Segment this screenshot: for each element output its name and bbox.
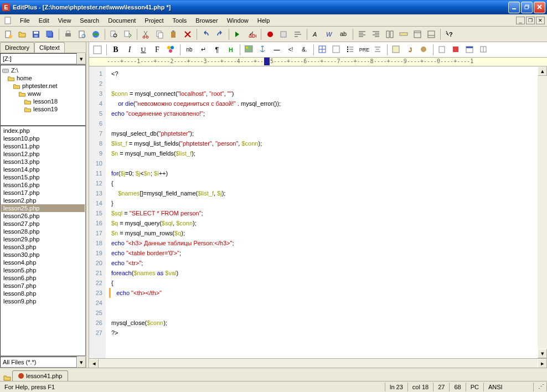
form-button[interactable] <box>331 44 343 56</box>
hr-button[interactable]: — <box>271 44 283 56</box>
menu-tools[interactable]: Tools <box>168 16 192 25</box>
copy-button[interactable] <box>154 28 166 40</box>
horizontal-scrollbar[interactable]: ◂ ▸ <box>89 358 547 368</box>
tree-item[interactable]: lesson19 <box>2 105 84 113</box>
tree-item[interactable]: phptester.net <box>2 82 84 90</box>
code-line[interactable]: $n = mysql_num_rows($q); <box>109 228 534 238</box>
mode-normal-button[interactable] <box>91 44 104 56</box>
code-line[interactable]: echo "<h3> Данные таблицы Person:</h3>"; <box>109 238 534 248</box>
code-line[interactable] <box>109 298 534 308</box>
folder-tree[interactable]: Z:\homephptester.netwwwlesson18lesson19 <box>0 65 86 126</box>
ruler-button[interactable] <box>398 28 410 40</box>
undo-button[interactable] <box>200 28 212 40</box>
spellcheck-button[interactable]: ✓abc <box>246 28 258 40</box>
bold-button[interactable]: B <box>110 44 122 56</box>
document-tab[interactable]: lesson41.php <box>12 370 68 381</box>
file-item[interactable]: lesson15.php <box>1 173 85 181</box>
anchor-button[interactable] <box>257 44 269 56</box>
code-line[interactable]: } <box>109 198 534 208</box>
file-item[interactable]: lesson28.php <box>1 228 85 235</box>
code-line[interactable]: echo "<table border='0'>"; <box>109 248 534 258</box>
file-item[interactable]: index.php <box>1 127 85 135</box>
file-item[interactable]: lesson7.php <box>1 282 85 290</box>
indent-left-button[interactable] <box>356 28 368 40</box>
code-line[interactable]: or die("невозможно соединиться с базой!"… <box>109 99 534 109</box>
file-item[interactable]: lesson3.php <box>1 243 85 251</box>
code-line[interactable]: echo "соединение установлено!"; <box>109 109 534 118</box>
menu-window[interactable]: Window <box>223 16 253 25</box>
char-button[interactable]: &. <box>298 44 311 56</box>
code-line[interactable]: $list_f = mysql_list_fields("phptetster"… <box>109 138 534 148</box>
mdi-restore-button[interactable]: ❐ <box>526 17 535 24</box>
wrap-button[interactable] <box>292 28 304 40</box>
column-button[interactable] <box>384 28 396 40</box>
tab-cliptext[interactable]: Cliptext <box>34 42 65 53</box>
help-button[interactable]: ? <box>443 28 456 40</box>
save-button[interactable] <box>30 28 42 40</box>
open-file-button[interactable] <box>16 28 28 40</box>
play-macro-button[interactable] <box>278 28 290 40</box>
code-line[interactable] <box>109 308 534 318</box>
file-item[interactable]: lesson4.php <box>1 259 85 266</box>
code-line[interactable] <box>109 158 534 168</box>
code-line[interactable] <box>109 79 534 89</box>
file-item[interactable]: lesson16.php <box>1 181 85 189</box>
print-preview-button[interactable] <box>76 28 88 40</box>
window-panel-button[interactable] <box>411 28 424 40</box>
output-panel-button[interactable] <box>425 28 437 40</box>
scroll-right-button[interactable]: ▸ <box>538 359 547 368</box>
applet-button[interactable] <box>418 44 430 56</box>
file-filter-select[interactable]: All Files (*.*) <box>0 357 77 368</box>
file-item[interactable]: lesson8.php <box>1 290 85 297</box>
browser-button[interactable] <box>90 28 102 40</box>
code-line[interactable]: for($j=0; $j<$n; $i++) <box>109 168 534 178</box>
code-line[interactable]: $sql = "SELECT * FROM person"; <box>109 208 534 218</box>
menu-edit[interactable]: Edit <box>34 16 54 25</box>
menu-project[interactable]: Project <box>140 16 168 25</box>
file-item[interactable]: lesson12.php <box>1 150 85 158</box>
pre-button[interactable]: PRE <box>358 44 370 56</box>
mdi-close-button[interactable]: ✕ <box>536 17 545 24</box>
find-next-button[interactable] <box>122 28 134 40</box>
underline-button[interactable]: U <box>137 44 149 56</box>
file-item[interactable]: lesson10.php <box>1 135 85 142</box>
flash-button[interactable] <box>450 44 462 56</box>
file-item[interactable]: lesson5.php <box>1 266 85 274</box>
file-item[interactable]: lesson17.php <box>1 189 85 197</box>
vertical-scrollbar[interactable]: ▴ ▾ <box>538 66 547 358</box>
date-button[interactable] <box>464 44 476 56</box>
file-item[interactable]: lesson30.php <box>1 251 85 259</box>
code-editor[interactable]: 1234567891011121314151617181920212223242… <box>89 66 538 358</box>
p-button[interactable]: ¶ <box>211 44 223 56</box>
drive-select[interactable]: [Z:] <box>0 53 77 64</box>
syntax-button[interactable]: ab <box>338 28 350 40</box>
menu-file[interactable]: File <box>16 16 34 25</box>
cut-button[interactable] <box>140 28 152 40</box>
filter-dropdown-button[interactable]: ▾ <box>77 357 86 368</box>
goto-button[interactable] <box>232 28 244 40</box>
center-button[interactable] <box>372 44 384 56</box>
nbsp-button[interactable]: nb <box>183 44 195 56</box>
file-item[interactable]: lesson11.php <box>1 142 85 150</box>
tree-item[interactable]: www <box>2 90 84 97</box>
print-button[interactable] <box>62 28 74 40</box>
file-item[interactable]: lesson26.php <box>1 212 85 220</box>
tree-item[interactable]: home <box>2 74 84 82</box>
restore-button[interactable] <box>521 2 533 13</box>
code-line[interactable]: ?> <box>109 328 534 338</box>
find-button[interactable] <box>108 28 120 40</box>
file-item[interactable]: lesson9.php <box>1 297 85 305</box>
scroll-down-button[interactable]: ▾ <box>538 349 547 358</box>
heading-button[interactable]: H <box>225 44 237 56</box>
palette-button[interactable] <box>478 44 490 56</box>
code-line[interactable]: { <box>109 178 534 188</box>
italic-button[interactable]: I <box>123 44 136 56</box>
code-line[interactable]: mysql_close($conn); <box>109 318 534 328</box>
code-line[interactable]: $conn = mysql_connect("localhost", "root… <box>109 89 534 99</box>
tab-directory[interactable]: Directory <box>0 42 34 53</box>
color-button[interactable] <box>165 44 177 56</box>
code-line[interactable]: echo "<th></th>" <box>109 288 534 298</box>
close-button[interactable] <box>534 2 545 13</box>
word-wrap-button[interactable]: W <box>324 28 336 40</box>
indent-right-button[interactable] <box>370 28 382 40</box>
